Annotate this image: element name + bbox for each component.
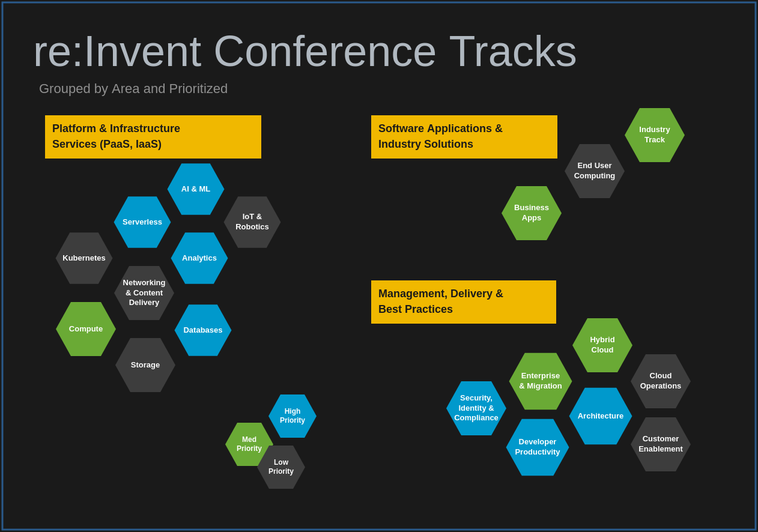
main-canvas xyxy=(0,0,758,532)
